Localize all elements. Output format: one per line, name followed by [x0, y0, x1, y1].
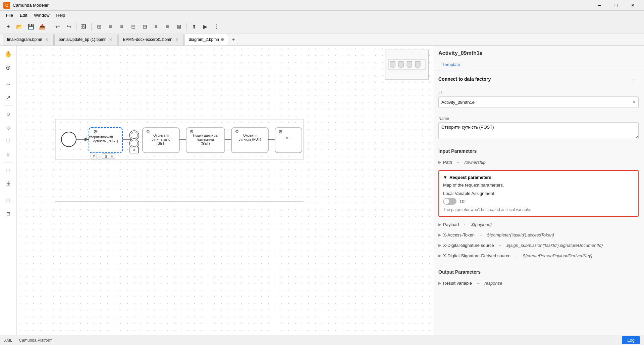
path-param-row[interactable]: ▶ Path ← /ownership: [438, 157, 639, 167]
left-toolbar: ✋ ⊕ ↔ ↗ ○ ◇ □ ○ □ 🗄 □ ⊡: [0, 46, 17, 335]
path-value: /ownership: [465, 160, 486, 165]
arrange-button[interactable]: ⊠: [173, 21, 184, 32]
redo-button[interactable]: ↪: [63, 21, 74, 32]
tab-close-finalkdiagram[interactable]: ✕: [44, 37, 49, 42]
svg-text:⚙: ⚙: [93, 154, 96, 158]
x-access-arrow: ←: [479, 232, 483, 237]
create-subprocess[interactable]: ○: [2, 148, 14, 160]
group-button[interactable]: ≡: [151, 21, 161, 32]
tab-template[interactable]: Template: [438, 59, 464, 70]
log-button[interactable]: Log: [622, 336, 640, 344]
tab-close-bpmn-docx[interactable]: ✕: [174, 37, 179, 42]
align-left-button[interactable]: ⊞: [94, 21, 104, 32]
lt-sep-4: [3, 192, 13, 192]
name-input[interactable]: Створити сутність (POST): [438, 122, 639, 139]
x-digital-sig-derived-row[interactable]: ▶ X-Digital-Signature-Derived source ← $…: [438, 251, 639, 261]
tab-partialupdate[interactable]: partialUpdate_bp (1).bpmn ✕: [54, 34, 118, 45]
x-dig-sig-arrow: ←: [498, 243, 502, 248]
toggle-off-label: Off: [460, 199, 466, 204]
x-digital-sig-source-row[interactable]: ▶ X-Digital-Signature source ← ${sign_su…: [438, 240, 639, 251]
maximize-button[interactable]: □: [608, 0, 624, 11]
svg-text:Отримати: Отримати: [153, 134, 169, 137]
lt-sep-2: [3, 106, 13, 106]
save-as-button[interactable]: 📥: [37, 21, 48, 32]
lasso-tool[interactable]: ⊕: [2, 62, 14, 74]
minimize-button[interactable]: ─: [592, 0, 607, 11]
unsaved-indicator: [221, 38, 224, 41]
run-button[interactable]: ▶: [200, 21, 211, 32]
create-data-object[interactable]: □: [2, 164, 14, 177]
canvas[interactable]: ⚙ Створити Створити сутність (POST) ⚙ ◇ …: [17, 46, 433, 335]
more-options-button[interactable]: ⋮: [629, 74, 639, 84]
platform-label: Camunda Platform: [19, 338, 53, 343]
tabs-bar: finalkdiagram.bpmn ✕ partialUpdate_bp (1…: [0, 33, 644, 46]
insert-image-button[interactable]: 🖼: [78, 21, 89, 32]
ungroup-button[interactable]: ≡: [162, 21, 173, 32]
output-params-title: Output Parameters: [438, 269, 639, 275]
x-dig-sig-chevron: ▶: [438, 243, 441, 248]
space-tool[interactable]: ↔: [2, 78, 14, 90]
request-params-box: ▼ Request parameters Map of the request …: [438, 170, 639, 217]
lva-toggle[interactable]: [443, 198, 457, 205]
svg-point-24: [131, 140, 138, 147]
create-data-store[interactable]: 🗄: [2, 178, 14, 190]
x-access-label: X-Access-Token: [443, 232, 475, 237]
payload-param-row[interactable]: ▶ Payload ← ${payload}: [438, 219, 639, 230]
create-start-event[interactable]: ○: [2, 108, 14, 120]
svg-text:≡: ≡: [133, 148, 135, 152]
menu-window[interactable]: Window: [31, 11, 53, 19]
add-tab-button[interactable]: +: [229, 35, 238, 44]
tab-diagram2[interactable]: diagram_2.bpmn: [184, 34, 228, 45]
close-button[interactable]: ✕: [625, 0, 641, 11]
distribute-h-button[interactable]: ⊟: [128, 21, 139, 32]
titlebar: C Camunda Modeler ─ □ ✕: [0, 0, 644, 11]
save-button[interactable]: 💾: [25, 21, 36, 32]
create-participant[interactable]: ⊡: [2, 208, 14, 220]
svg-text:◇: ◇: [99, 155, 101, 158]
lt-sep-3: [3, 162, 13, 162]
svg-text:⚙: ⚙: [93, 129, 98, 134]
result-variable-row[interactable]: ▶ Result variable → response: [438, 278, 639, 288]
id-field-section: Id ×: [433, 86, 644, 112]
payload-value: ${payload}: [471, 222, 492, 227]
xml-label[interactable]: XML: [4, 338, 12, 343]
x-dig-derived-arrow: ←: [515, 253, 519, 258]
tab-label: diagram_2.bpmn: [189, 37, 219, 42]
separator-3: [91, 23, 92, 31]
mini-map[interactable]: [385, 50, 429, 80]
x-dig-sig-label: X-Digital-Signature source: [443, 243, 494, 248]
request-params-header[interactable]: ▼ Request parameters: [443, 175, 634, 180]
svg-text:критеріями: критеріями: [197, 138, 214, 141]
svg-text:⚙: ⚙: [146, 129, 150, 134]
svg-text:(GET): (GET): [201, 142, 210, 145]
undo-button[interactable]: ↩: [52, 21, 63, 32]
menu-edit[interactable]: Edit: [16, 11, 31, 19]
deploy-button[interactable]: ⬆: [189, 21, 199, 32]
global-connect-tool[interactable]: ↗: [2, 91, 14, 104]
toolbar: ✦ 📂 💾 📥 ↩ ↪ 🖼 ⊞ ≡ ≡ ⊟ ⊟ ≡ ≡ ⊠ ⬆ ▶ ⋮: [0, 20, 644, 33]
tab-bpmn-docx[interactable]: BPMN-docx-excerpt1.bpmn ✕: [118, 34, 183, 45]
hand-tool[interactable]: ✋: [2, 48, 14, 60]
svg-text:сутність (PUT): сутність (PUT): [239, 138, 261, 141]
new-file-button[interactable]: ✦: [3, 21, 13, 32]
id-input[interactable]: [441, 100, 633, 105]
menu-help[interactable]: Help: [53, 11, 69, 19]
create-gateway[interactable]: ◇: [2, 121, 14, 133]
create-group[interactable]: □: [2, 194, 14, 206]
panel-tabs: Template: [433, 59, 644, 70]
menu-file[interactable]: File: [3, 11, 16, 19]
x-access-token-row[interactable]: ▶ X-Access-Token ← ${completer('taskId')…: [438, 230, 639, 240]
id-clear-button[interactable]: ×: [633, 99, 636, 105]
create-task[interactable]: □: [2, 135, 14, 147]
id-input-row: ×: [438, 96, 639, 108]
align-center-button[interactable]: ≡: [105, 21, 116, 32]
tab-finalkdiagram[interactable]: finalkdiagram.bpmn ✕: [3, 34, 54, 45]
id-label: Id: [438, 90, 639, 95]
distribute-v-button[interactable]: ⊟: [139, 21, 150, 32]
input-params-title: Input Parameters: [438, 148, 639, 154]
open-file-button[interactable]: 📂: [14, 21, 25, 32]
x-dig-sig-value: ${sign_submission('taskId').signatureDoc…: [506, 243, 603, 248]
tab-close-partialupdate[interactable]: ✕: [108, 37, 113, 42]
more-button[interactable]: ⋮: [211, 21, 222, 32]
align-right-button[interactable]: ≡: [116, 21, 127, 32]
